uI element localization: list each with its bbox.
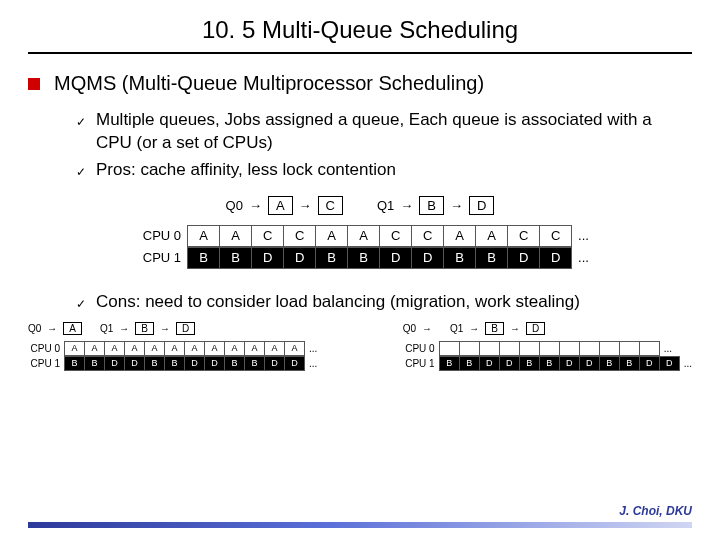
schedule-slot: A [265,341,285,356]
arrow-icon: → [119,323,129,334]
schedule-slot: A [185,341,205,356]
schedule-slot: B [145,356,165,371]
schedule-table-bl: CPU 0 AAAAAAAAAAAA ... CPU 1 BBDDBBDDBBD… [28,341,317,371]
q0-node-a: A [268,196,293,215]
sub-bullet-list: ✓ Multiple queues, Jobs assigned a queue… [76,109,692,182]
schedule-slot: A [65,341,85,356]
schedule-slot: B [85,356,105,371]
schedule-slot: A [105,341,125,356]
q0-node-a: A [63,322,82,335]
footer: J. Choi, DKU [28,522,692,528]
heading-text: MQMS (Multi-Queue Multiprocessor Schedul… [54,72,484,95]
schedule-slot: D [265,356,285,371]
schedule-slot [600,341,620,356]
schedule-slot: B [460,356,480,371]
slide-title: 10. 5 Multi-Queue Scheduling [28,10,692,52]
schedule-slot: B [245,356,265,371]
ellipsis: ... [309,358,317,369]
arrow-icon: → [47,323,57,334]
q1-node-b: B [135,322,154,335]
cpu0-row: CPU 0 ... [403,341,692,356]
queue-q1: Q1 → B → D [450,322,545,335]
title-rule [28,52,692,54]
schedule-slot: D [640,356,660,371]
schedule-slot: B [165,356,185,371]
schedule-slot: B [620,356,640,371]
ellipsis: ... [578,228,589,243]
sub-bullet-2-text: Pros: cache affinity, less lock contenti… [96,159,396,182]
schedule-slot: A [220,225,252,247]
schedule-slot: B [600,356,620,371]
schedule-slot: B [444,247,476,269]
cpu0-slots: AAAAAAAAAAAA [64,341,305,356]
q1-label: Q1 [450,323,463,334]
ellipsis: ... [664,343,672,354]
schedule-slot: D [185,356,205,371]
arrow-icon: → [510,323,520,334]
schedule-slot: B [65,356,85,371]
schedule-slot [640,341,660,356]
schedule-slot [520,341,540,356]
check-icon: ✓ [76,296,86,312]
arrow-icon: → [400,198,413,213]
schedule-slot [580,341,600,356]
schedule-slot: A [444,225,476,247]
queue-row: Q0 → A Q1 → B → D [28,322,317,335]
schedule-slot [480,341,500,356]
q1-node-b: B [485,322,504,335]
schedule-slot: D [285,356,305,371]
sub-bullet-1: ✓ Multiple queues, Jobs assigned a queue… [76,109,692,155]
ellipsis: ... [309,343,317,354]
schedule-table-br: CPU 0 ... CPU 1 BBDDBBDDBBDD ... [403,341,692,371]
check-icon: ✓ [76,164,86,180]
schedule-slot: A [205,341,225,356]
schedule-slot: C [540,225,572,247]
schedule-slot: A [165,341,185,356]
cpu1-row: CPU 1 BBDDBBDDBBDD ... [28,356,317,371]
queue-row: Q0 → Q1 → B → D [403,322,692,335]
q1-node-b: B [419,196,444,215]
queue-q0: Q0 → A → C [226,196,343,215]
schedule-slot: B [540,356,560,371]
q1-node-d: D [176,322,195,335]
schedule-slot: D [480,356,500,371]
q1-label: Q1 [100,323,113,334]
arrow-icon: → [299,198,312,213]
sub-bullet-3: ✓ Cons: need to consider load balancing … [76,291,692,314]
queue-q1: Q1 → B → D [377,196,494,215]
cpu0-slots [439,341,660,356]
queue-q0: Q0 → A [28,322,82,335]
schedule-slot: D [284,247,316,269]
schedule-slot: D [125,356,145,371]
cpu0-slots: AACCAACCAACC [187,225,572,247]
q0-label: Q0 [403,323,416,334]
queue-q1: Q1 → B → D [100,322,195,335]
cpu1-label: CPU 1 [131,250,187,265]
red-square-bullet-icon [28,78,40,90]
schedule-slot: B [440,356,460,371]
sub-bullet-1-text: Multiple queues, Jobs assigned a queue, … [96,109,692,155]
schedule-slot: D [412,247,444,269]
schedule-slot: D [500,356,520,371]
schedule-slot: A [476,225,508,247]
schedule-slot: A [348,225,380,247]
cpu1-label: CPU 1 [403,358,439,369]
cpu0-row: CPU 0 AAAAAAAAAAAA ... [28,341,317,356]
arrow-icon: → [160,323,170,334]
cpu0-label: CPU 0 [131,228,187,243]
schedule-slot: D [560,356,580,371]
q0-node-c: C [318,196,343,215]
schedule-slot: C [252,225,284,247]
q1-node-d: D [526,322,545,335]
cpu0-label: CPU 0 [28,343,64,354]
schedule-slot: A [145,341,165,356]
schedule-slot [560,341,580,356]
sub-bullet-list-2: ✓ Cons: need to consider load balancing … [76,291,692,314]
schedule-slot [500,341,520,356]
schedule-slot: C [412,225,444,247]
arrow-icon: → [249,198,262,213]
schedule-slot: D [580,356,600,371]
schedule-slot: B [520,356,540,371]
cpu1-row: CPU 1 BBDDBBDDBBDD ... [403,356,692,371]
q0-label: Q0 [28,323,41,334]
